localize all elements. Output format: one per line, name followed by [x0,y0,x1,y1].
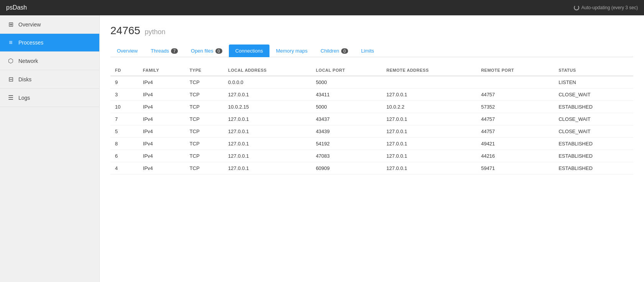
table-cell: IPv4 [138,101,185,113]
table-cell: ESTABLISHED [554,150,633,162]
table-cell: 7 [110,113,138,125]
col-remote-port: REMOTE PORT [476,65,554,76]
tab-memory-maps[interactable]: Memory maps [269,45,314,57]
process-pid: 24765 [110,25,140,36]
table-cell: 5 [110,125,138,138]
table-cell: 0.0.0.0 [223,76,311,89]
table-cell: 10 [110,101,138,113]
table-cell: IPv4 [138,125,185,138]
table-cell: 44757 [476,125,554,138]
table-row: 5IPv4TCP127.0.0.143439127.0.0.144757CLOS… [110,125,633,138]
autoupdate-indicator: Auto-updating (every 3 sec) [574,5,638,10]
table-cell: 127.0.0.1 [382,125,476,138]
table-cell: 127.0.0.1 [382,89,476,101]
table-cell: 43439 [311,125,382,138]
col-remote-address: REMOTE ADDRESS [382,65,476,76]
col-type: TYPE [185,65,223,76]
autoupdate-label: Auto-updating (every 3 sec) [582,5,638,10]
table-cell: 49421 [476,138,554,150]
main-content: 24765 python Overview Threads 7 Open fil… [100,15,644,282]
table-cell: 9 [110,76,138,89]
process-header: 24765 python [110,25,633,37]
table-cell: 127.0.0.1 [223,125,311,138]
table-row: 9IPv4TCP0.0.0.05000LISTEN [110,76,633,89]
sidebar-item-network[interactable]: ⬡ Network [0,52,99,70]
table-cell: 127.0.0.1 [223,113,311,125]
table-cell: 60909 [311,162,382,175]
table-cell: TCP [185,138,223,150]
table-cell: TCP [185,125,223,138]
overview-icon: ⊞ [7,21,15,28]
table-cell: IPv4 [138,138,185,150]
table-row: 4IPv4TCP127.0.0.160909127.0.0.159471ESTA… [110,162,633,175]
table-cell: 5000 [311,76,382,89]
table-cell: TCP [185,89,223,101]
tab-connections-label: Connections [235,48,263,54]
tab-overview[interactable]: Overview [110,45,144,57]
table-cell: CLOSE_WAIT [554,125,633,138]
table-row: 8IPv4TCP127.0.0.154192127.0.0.149421ESTA… [110,138,633,150]
tab-limits-label: Limits [361,48,374,54]
table-cell: 54192 [311,138,382,150]
table-cell: 10.0.2.15 [223,101,311,113]
sidebar-item-disks[interactable]: ⊟ Disks [0,70,99,89]
sidebar-item-overview[interactable]: ⊞ Overview [0,15,99,34]
connections-table: FD FAMILY TYPE LOCAL ADDRESS LOCAL PORT … [110,65,633,175]
table-cell: 47083 [311,150,382,162]
table-cell: 127.0.0.1 [223,150,311,162]
sidebar: ⊞ Overview ≡ Processes ⬡ Network ⊟ Disks… [0,15,100,282]
sidebar-label-processes: Processes [18,40,43,46]
table-cell: 10.0.2.2 [382,101,476,113]
table-cell: 44216 [476,150,554,162]
logs-icon: ☰ [7,94,15,101]
table-cell: 127.0.0.1 [382,113,476,125]
processes-icon: ≡ [7,39,15,46]
main-layout: ⊞ Overview ≡ Processes ⬡ Network ⊟ Disks… [0,15,644,282]
sidebar-label-logs: Logs [18,95,30,101]
table-cell: 127.0.0.1 [382,150,476,162]
sidebar-label-disks: Disks [18,76,31,82]
table-cell: TCP [185,150,223,162]
table-cell: ESTABLISHED [554,162,633,175]
tab-children[interactable]: Children 0 [314,45,355,57]
table-row: 6IPv4TCP127.0.0.147083127.0.0.144216ESTA… [110,150,633,162]
table-cell: TCP [185,162,223,175]
table-cell: 57352 [476,101,554,113]
table-cell: ESTABLISHED [554,101,633,113]
tab-overview-label: Overview [117,48,138,54]
tab-limits[interactable]: Limits [355,45,381,57]
table-cell: IPv4 [138,113,185,125]
table-cell: CLOSE_WAIT [554,89,633,101]
topbar: psDash Auto-updating (every 3 sec) [0,0,644,15]
table-row: 7IPv4TCP127.0.0.143437127.0.0.144757CLOS… [110,113,633,125]
sidebar-item-logs[interactable]: ☰ Logs [0,89,99,107]
tab-threads-label: Threads [151,48,169,54]
table-cell: ESTABLISHED [554,138,633,150]
table-cell: TCP [185,113,223,125]
table-cell: LISTEN [554,76,633,89]
tab-threads-badge: 7 [171,48,178,54]
sidebar-label-network: Network [18,58,38,64]
disks-icon: ⊟ [7,76,15,83]
table-cell: 44757 [476,89,554,101]
table-cell: 4 [110,162,138,175]
table-cell: 127.0.0.1 [223,138,311,150]
table-cell: 43411 [311,89,382,101]
table-cell: 127.0.0.1 [382,162,476,175]
table-cell: TCP [185,101,223,113]
table-cell: 3 [110,89,138,101]
table-cell [476,76,554,89]
tab-open-files[interactable]: Open files 0 [184,45,229,57]
table-row: 10IPv4TCP10.0.2.15500010.0.2.257352ESTAB… [110,101,633,113]
table-header: FD FAMILY TYPE LOCAL ADDRESS LOCAL PORT … [110,65,633,76]
tab-memory-maps-label: Memory maps [276,48,307,54]
tab-threads[interactable]: Threads 7 [144,45,184,57]
col-fd: FD [110,65,138,76]
table-cell: 43437 [311,113,382,125]
sidebar-item-processes[interactable]: ≡ Processes [0,34,99,52]
refresh-icon [574,5,579,10]
network-icon: ⬡ [7,57,15,64]
tab-open-files-badge: 0 [215,48,222,54]
table-body: 9IPv4TCP0.0.0.05000LISTEN3IPv4TCP127.0.0… [110,76,633,175]
tab-connections[interactable]: Connections [229,45,269,57]
